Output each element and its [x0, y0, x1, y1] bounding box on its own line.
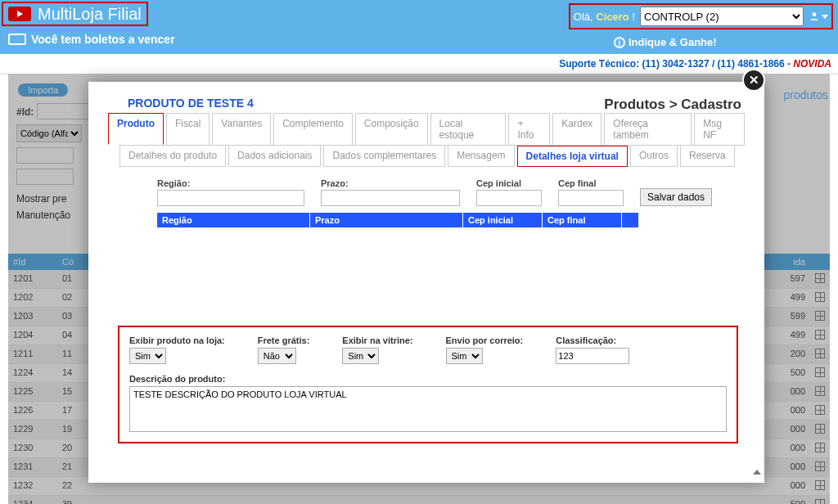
regiao-label: Região:: [157, 178, 304, 188]
product-modal: PRODUTO DE TESTE 4 Produtos > Cadastro P…: [88, 82, 764, 483]
descricao-textarea[interactable]: TESTE DESCRIÇÃO DO PRODUTO LOJA VIRTUAL: [129, 386, 727, 432]
col-cepfin: Cep final: [543, 213, 621, 227]
vitrine-select[interactable]: Sim: [342, 348, 379, 364]
indique-text: Indique & Ganhe!: [628, 36, 717, 48]
shipping-form: Região: Prazo: Cep inicial Cep final Sal…: [157, 178, 745, 206]
account-select[interactable]: CONTROLP (2): [640, 7, 804, 26]
cepfin-input[interactable]: [558, 190, 624, 206]
support-text: Suporte Técnico: (11) 3042-1327 / (11) 4…: [559, 58, 793, 70]
exibir-loja-label: Exibir produto na loja:: [129, 335, 225, 345]
user-icon[interactable]: [809, 11, 828, 22]
exibir-loja-select[interactable]: Sim: [129, 348, 166, 364]
cepini-label: Cep inicial: [476, 178, 542, 188]
col-cepini: Cep inicial: [463, 213, 542, 227]
tab-produto[interactable]: Produto: [108, 113, 164, 145]
tab-fiscal[interactable]: Fiscal: [166, 113, 210, 145]
col-prazo: Prazo: [310, 213, 462, 227]
subtab-detalhes-loja-virtual[interactable]: Detalhes loja virtual: [517, 146, 628, 167]
indique-link[interactable]: i Indique & Ganhe!: [614, 36, 717, 48]
regiao-input[interactable]: [157, 190, 304, 206]
info-icon: i: [614, 37, 625, 48]
app-header: MultiLoja Filial Você tem boletos a venc…: [0, 0, 838, 54]
save-shipping-button[interactable]: Salvar dados: [640, 188, 712, 206]
envio-label: Envio por correio:: [446, 335, 524, 345]
produtos-tag: produtos: [784, 88, 828, 101]
novidades-link[interactable]: NOVIDA: [793, 58, 831, 70]
tab-local-estoque[interactable]: Local estoque: [430, 113, 507, 145]
scroll-down-icon[interactable]: [753, 463, 761, 475]
chevron-down-icon: [822, 15, 828, 19]
shipping-grid-header: Região Prazo Cep inicial Cep final: [157, 213, 745, 227]
subtab-dados-complementares[interactable]: Dados complementares: [323, 146, 445, 167]
greet-name: Cicero: [596, 11, 628, 23]
subtab-detalhes-do-produto[interactable]: Detalhes do produto: [119, 146, 226, 167]
tab--info[interactable]: + Info: [508, 113, 550, 145]
account-area: Olá, Cicero ! CONTROLP (2): [569, 3, 833, 29]
cepfin-label: Cep final: [558, 178, 624, 188]
subtab-reserva[interactable]: Reserva: [680, 146, 735, 167]
subtab-dados-adicionais[interactable]: Dados adicionais: [228, 146, 321, 167]
virtual-store-details: Exibir produto na loja: Sim Frete grátis…: [118, 326, 738, 443]
vitrine-label: Exibir na vitrine:: [342, 335, 412, 345]
subtab-mensagem[interactable]: Mensagem: [448, 146, 514, 167]
greeting: Olá, Cicero !: [574, 11, 635, 23]
boletos-notice[interactable]: Você tem boletos a vencer: [8, 33, 175, 46]
greet-suffix: !: [629, 11, 635, 23]
frete-select[interactable]: Não: [258, 348, 296, 364]
monitor-icon: [8, 34, 26, 45]
classificacao-input[interactable]: [556, 348, 629, 364]
col-action: [622, 213, 638, 227]
boletos-text: Você tem boletos a vencer: [31, 33, 175, 46]
tab-ofere-a-tamb-m[interactable]: Ofereça também: [604, 113, 692, 145]
classificacao-label: Classificação:: [556, 335, 629, 345]
greet-prefix: Olá,: [574, 11, 596, 23]
support-line: Suporte Técnico: (11) 3042-1327 / (11) 4…: [0, 54, 838, 74]
col-regiao: Região: [157, 213, 309, 227]
prazo-label: Prazo:: [321, 178, 460, 188]
play-logo-icon: [8, 7, 31, 21]
prazo-input[interactable]: [321, 190, 460, 206]
tab-variantes[interactable]: Variantes: [212, 113, 271, 145]
tab-composi-o[interactable]: Composição: [355, 113, 428, 145]
descricao-label: Descrição do produto:: [129, 374, 727, 384]
sub-tabs: Detalhes do produtoDados adicionaisDados…: [119, 145, 745, 167]
cepini-input[interactable]: [476, 190, 542, 206]
brand-box: MultiLoja Filial: [2, 2, 148, 26]
brand-name: MultiLoja Filial: [38, 5, 142, 24]
svg-point-0: [813, 12, 817, 16]
envio-select[interactable]: Sim: [446, 348, 483, 364]
tab-msg-nf[interactable]: Msg NF: [694, 113, 745, 145]
tab-complemento[interactable]: Complemento: [273, 113, 353, 145]
breadcrumb: Produtos > Cadastro: [604, 97, 741, 113]
tab-kardex[interactable]: Kardex: [552, 113, 601, 145]
main-tabs: ProdutoFiscalVariantesComplementoComposi…: [108, 113, 745, 145]
frete-label: Frete grátis:: [258, 335, 310, 345]
modal-close-button[interactable]: ✕: [742, 69, 765, 92]
subtab-outros[interactable]: Outros: [630, 146, 678, 167]
